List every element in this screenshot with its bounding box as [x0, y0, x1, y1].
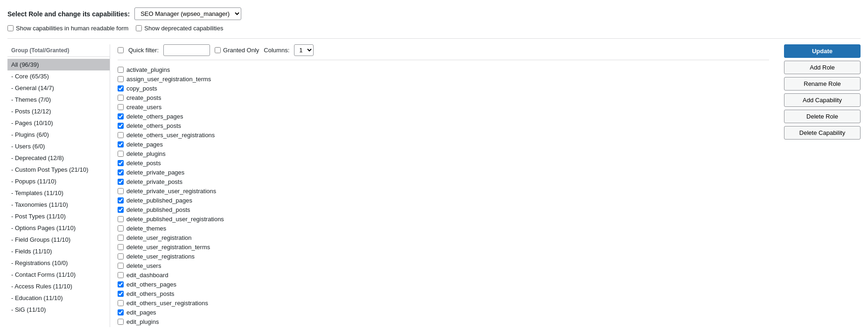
- list-item: delete_pages: [118, 140, 769, 148]
- granted-only-label: Granted Only: [223, 47, 259, 54]
- capability-checkbox[interactable]: [118, 263, 124, 269]
- add-capability-button[interactable]: Add Capability: [784, 93, 861, 107]
- list-item: create_users: [118, 103, 769, 111]
- sidebar-item[interactable]: - Contact Forms (11/10): [7, 269, 110, 280]
- capability-name: edit_others_pages: [126, 281, 176, 288]
- list-item: delete_user_registration: [118, 234, 769, 242]
- role-select[interactable]: SEO Manager (wpseo_manager)Administrator…: [134, 7, 241, 20]
- capability-name: edit_others_posts: [126, 290, 175, 297]
- sidebar-item[interactable]: - Deprecated (12/8): [7, 152, 110, 164]
- capability-checkbox[interactable]: [118, 272, 124, 278]
- update-button[interactable]: Update: [784, 44, 861, 58]
- sidebar-item[interactable]: All (96/39): [7, 59, 110, 70]
- add-role-button[interactable]: Add Role: [784, 61, 861, 74]
- capability-checkbox[interactable]: [118, 160, 124, 166]
- capability-checkbox[interactable]: [118, 216, 124, 222]
- capability-name: assign_user_registration_terms: [126, 76, 211, 83]
- capability-checkbox[interactable]: [118, 188, 124, 194]
- sidebar-item[interactable]: - Posts (12/12): [7, 105, 110, 117]
- sidebar-item[interactable]: - Custom Post Types (21/10): [7, 164, 110, 175]
- sidebar-item[interactable]: - Fields (11/10): [7, 245, 110, 257]
- capability-checkbox[interactable]: [118, 319, 124, 325]
- capability-checkbox[interactable]: [118, 235, 124, 241]
- capability-checkbox[interactable]: [118, 169, 124, 175]
- sidebar-item[interactable]: - Registrations (10/0): [7, 257, 110, 269]
- capability-name: edit_pages: [126, 309, 156, 316]
- human-readable-option[interactable]: Show capabilities in human readable form: [7, 25, 128, 32]
- capability-name: delete_private_pages: [126, 169, 184, 176]
- quick-filter-input[interactable]: [163, 44, 210, 56]
- deprecated-label: Show deprecated capabilities: [144, 25, 223, 32]
- capability-checkbox[interactable]: [118, 85, 124, 91]
- capability-checkbox[interactable]: [118, 281, 124, 287]
- capability-name: delete_published_pages: [126, 197, 192, 204]
- sidebar-item[interactable]: - Pages (10/10): [7, 117, 110, 129]
- list-item: delete_private_posts: [118, 178, 769, 186]
- granted-only-option[interactable]: Granted Only: [215, 47, 259, 54]
- capability-checkbox[interactable]: [118, 113, 124, 119]
- capability-name: copy_posts: [126, 85, 157, 92]
- capability-checkbox[interactable]: [118, 76, 124, 82]
- list-item: edit_others_user_registrations: [118, 299, 769, 307]
- capability-checkbox[interactable]: [118, 244, 124, 250]
- granted-only-checkbox[interactable]: [215, 47, 221, 53]
- list-item: edit_pages: [118, 308, 769, 316]
- sidebar-item[interactable]: - Themes (7/0): [7, 94, 110, 105]
- capability-name: edit_plugins: [126, 318, 159, 325]
- capability-name: delete_user_registration: [126, 234, 191, 241]
- sidebar-item[interactable]: - Users (6/0): [7, 140, 110, 152]
- capabilities-list: activate_pluginsassign_user_registration…: [118, 66, 769, 327]
- sidebar-item[interactable]: - Taxonomies (11/10): [7, 199, 110, 210]
- quick-filter-label: Quick filter:: [128, 47, 159, 54]
- sidebar-item[interactable]: - Access Rules (11/10): [7, 280, 110, 292]
- capability-checkbox[interactable]: [118, 253, 124, 259]
- capability-checkbox[interactable]: [118, 104, 124, 110]
- sidebar-item[interactable]: - Templates (11/10): [7, 187, 110, 199]
- select-role-label: Select Role and change its capabilities:: [7, 10, 130, 18]
- capability-checkbox[interactable]: [118, 67, 124, 73]
- capability-name: delete_user_registrations: [126, 253, 195, 260]
- sidebar-item[interactable]: - Post Types (11/10): [7, 210, 110, 222]
- list-item: delete_posts: [118, 159, 769, 167]
- select-all-option[interactable]: [118, 47, 124, 53]
- capability-checkbox[interactable]: [118, 225, 124, 231]
- options-row: Show capabilities in human readable form…: [7, 25, 861, 32]
- sidebar-item[interactable]: - SiG (11/10): [7, 304, 110, 315]
- capability-checkbox[interactable]: [118, 179, 124, 185]
- capability-checkbox[interactable]: [118, 95, 124, 101]
- capability-checkbox[interactable]: [118, 141, 124, 147]
- sidebar-item[interactable]: - General (14/7): [7, 82, 110, 94]
- sidebar-item[interactable]: - Options Pages (11/10): [7, 222, 110, 234]
- capability-name: activate_plugins: [126, 66, 170, 73]
- capability-checkbox[interactable]: [118, 132, 124, 138]
- capability-checkbox[interactable]: [118, 300, 124, 306]
- columns-select[interactable]: 1234: [294, 44, 314, 56]
- delete-capability-button[interactable]: Delete Capability: [784, 126, 861, 140]
- capability-checkbox[interactable]: [118, 197, 124, 203]
- capability-name: delete_others_user_registrations: [126, 132, 215, 139]
- human-readable-checkbox[interactable]: [7, 25, 14, 31]
- list-item: delete_published_posts: [118, 206, 769, 214]
- rename-role-button[interactable]: Rename Role: [784, 77, 861, 91]
- sidebar-item[interactable]: - Core (65/35): [7, 70, 110, 82]
- columns-label: Columns:: [264, 47, 289, 54]
- sidebar-item[interactable]: - Field Groups (11/10): [7, 234, 110, 245]
- sidebar-item[interactable]: - Plugins (6/0): [7, 129, 110, 140]
- delete-role-button[interactable]: Delete Role: [784, 110, 861, 123]
- deprecated-option[interactable]: Show deprecated capabilities: [136, 25, 223, 32]
- select-all-checkbox[interactable]: [118, 47, 124, 53]
- capability-checkbox[interactable]: [118, 151, 124, 157]
- list-item: assign_user_registration_terms: [118, 75, 769, 83]
- capability-name: delete_others_posts: [126, 122, 181, 129]
- capability-checkbox[interactable]: [118, 309, 124, 315]
- sidebar-items: All (96/39)- Core (65/35)- General (14/7…: [7, 59, 110, 315]
- capability-checkbox[interactable]: [118, 123, 124, 129]
- list-item: delete_others_posts: [118, 122, 769, 130]
- list-item: copy_posts: [118, 84, 769, 92]
- capability-checkbox[interactable]: [118, 291, 124, 297]
- sidebar-item[interactable]: - Popups (11/10): [7, 175, 110, 187]
- deprecated-checkbox[interactable]: [136, 25, 142, 31]
- capability-checkbox[interactable]: [118, 207, 124, 213]
- sidebar-item[interactable]: - Education (11/10): [7, 292, 110, 304]
- divider: [7, 38, 861, 39]
